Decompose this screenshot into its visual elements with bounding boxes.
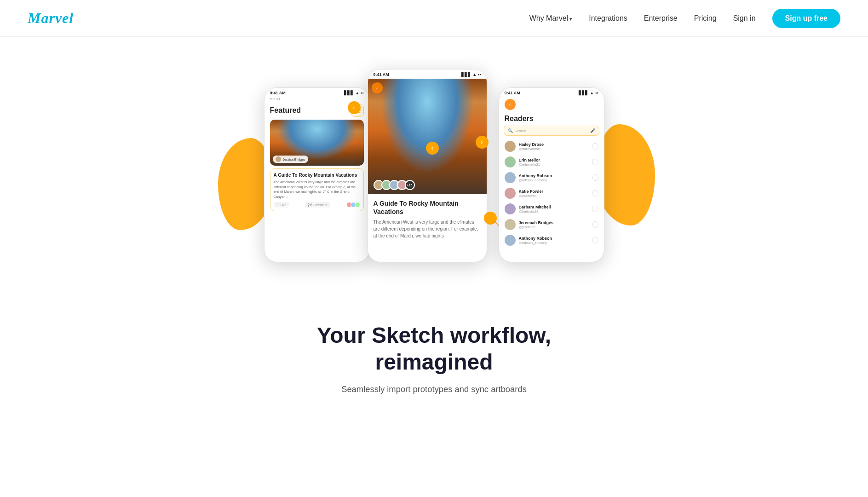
author-tag: Jessica Bridges [273,156,308,163]
reader-item: Erin Mellor @erinmello21 [499,154,604,170]
center-image: ‹ +15 [368,79,487,194]
reader-name: Erin Mellor [519,158,589,162]
author-avatar [276,156,281,162]
right-phone-header: ‹ [499,97,604,113]
action-avatars [346,202,360,208]
phone-center: 9:41 AM ▋▋▋ ▲ ▪▪ ‹ +15 A Guide To Ro [368,69,487,262]
nav-pricing[interactable]: Pricing [694,14,717,22]
reader-info: Anthony Robson @robson_anthony [519,236,589,245]
reader-item: Anthony Robson @robson_anthony [499,232,604,248]
reader-checkbox[interactable] [592,174,598,181]
reader-name: Anthony Robson [519,236,589,241]
article-body: The American West is very large and the … [274,180,360,199]
reader-avatar [505,235,516,246]
reader-checkbox[interactable] [592,221,598,228]
mockups-wrapper: ‹ ‹ 9:41 AM ▋▋▋ ▲ ▪▪ POST [227,55,641,285]
signup-button[interactable]: Sign up free [772,9,840,28]
reader-handle: @robson_anthony [519,241,589,245]
like-button[interactable]: ♡ Like [274,202,289,208]
left-status-bar: 9:41 AM ▋▋▋ ▲ ▪▪ [264,88,369,97]
reader-avatar [505,188,516,199]
reader-name: Anthony Robson [519,173,589,178]
hero-title: Your Sketch workflow, reimagined [273,322,595,375]
center-status-icons: ▋▋▋ ▲ ▪▪ [461,72,481,77]
readers-title: Readers [499,113,604,126]
hero-subtitle: Seamlessly import prototypes and sync ar… [296,384,572,394]
right-status-icons: ▋▋▋ ▲ ▪▪ [579,91,598,95]
comment-label: Comment [313,203,327,207]
reader-item: Katie Fowler @katiefowl [499,185,604,201]
reader-item: Hailey Drose @haileydrose [499,139,604,154]
reader-info: Erin Mellor @erinmello21 [519,158,589,167]
nav-dot-left[interactable]: ‹ [426,142,439,155]
reader-name: Hailey Drose [519,142,589,147]
reader-item: Jeremiah Bridges @jeremiah [499,217,604,232]
article-card: A Guide To Rocky Mountain Vacations The … [270,168,364,211]
center-time: 9:41 AM [374,72,389,77]
reader-handle: @barbmitchl [519,209,589,214]
reader-handle: @katiefowl [519,194,589,198]
reader-checkbox[interactable] [592,190,598,196]
reader-info: Katie Fowler @katiefowl [519,189,589,198]
search-bar[interactable]: 🔍 Search 🎤 [504,126,599,136]
left-status-icons: ▋▋▋ ▲ ▪▪ [344,91,363,95]
right-status-bar: 9:41 AM ▋▋▋ ▲ ▪▪ [499,88,604,97]
nav-why-marvel[interactable]: Why Marvel [529,14,573,22]
reader-avatar [505,156,516,168]
hero-text-section: Your Sketch workflow, reimagined Seamles… [264,285,604,413]
reader-info: Anthony Robson @robson_anthony [519,173,589,182]
reader-handle: @erinmello21 [519,162,589,167]
navbar: Marvel Why Marvel Integrations Enterpris… [0,0,868,37]
phone-right: 9:41 AM ▋▋▋ ▲ ▪▪ ‹ Readers 🔍 Search 🎤 Ha… [499,87,604,262]
reader-avatar [505,172,516,183]
reader-checkbox[interactable] [592,143,598,150]
mic-icon: 🎤 [590,128,595,133]
comment-button[interactable]: 💬 Comment [305,202,330,208]
hero-section: ‹ ‹ 9:41 AM ▋▋▋ ▲ ▪▪ POST [0,37,868,413]
reader-name: Katie Fowler [519,189,589,194]
reader-info: Hailey Drose @haileydrose [519,142,589,151]
reader-name: Jeremiah Bridges [519,220,589,225]
reader-checkbox[interactable] [592,206,598,212]
reader-item: Barbara Mitchell @barbmitchl [499,201,604,217]
nav-dot-top[interactable]: ‹ [348,101,361,114]
featured-title: Featured [270,106,301,115]
search-icon: 🔍 [508,128,513,133]
readers-list: Hailey Drose @haileydrose Erin Mellor @e… [499,139,604,248]
left-time: 9:41 AM [270,91,286,95]
center-article-body: The American West is very large and the … [374,219,481,239]
right-back-button[interactable]: ‹ [505,99,516,110]
search-placeholder: Search [515,129,526,133]
nav-signin[interactable]: Sign in [733,14,756,22]
logo[interactable]: Marvel [28,10,74,27]
reader-avatar [505,219,516,230]
nav-dot-right[interactable]: › [476,136,489,149]
reader-item: Anthony Robson @robson_anthony [499,170,604,185]
nav-dot-point [484,212,497,225]
av-more: +15 [405,180,415,190]
reader-avatar [505,203,516,214]
reader-checkbox[interactable] [592,237,598,243]
like-label: Like [281,203,287,207]
center-article: A Guide To Rocky Mountain Vacations The … [368,194,487,245]
nav-links: Why Marvel Integrations Enterprise Prici… [529,9,840,28]
reader-checkbox[interactable] [592,159,598,165]
reader-avatar [505,141,516,152]
reader-info: Barbara Mitchell @barbmitchl [519,205,589,214]
reader-handle: @jeremiah [519,225,589,229]
avatar-3 [355,202,360,208]
center-status-bar: 9:41 AM ▋▋▋ ▲ ▪▪ [368,69,487,79]
right-time: 9:41 AM [505,91,520,95]
nav-integrations[interactable]: Integrations [589,14,627,22]
center-article-title: A Guide To Rocky Mountain Vacations [374,199,481,216]
nav-enterprise[interactable]: Enterprise [644,14,678,22]
article-actions: ♡ Like 💬 Comment [274,202,360,208]
reader-info: Jeremiah Bridges @jeremiah [519,220,589,229]
article-title: A Guide To Rocky Mountain Vacations [274,172,360,178]
reader-handle: @haileydrose [519,147,589,151]
avatar-row: +15 [374,180,415,190]
featured-image: Jessica Bridges [270,120,364,166]
reader-handle: @robson_anthony [519,178,589,182]
center-back-button[interactable]: ‹ [372,82,383,93]
author-name: Jessica Bridges [283,158,305,161]
